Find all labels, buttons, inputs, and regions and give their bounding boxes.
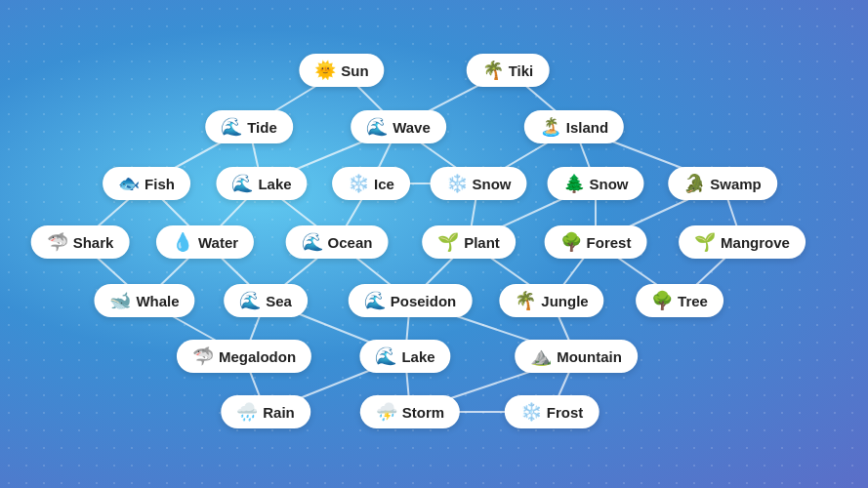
node-icon-megalodon: 🦈 [192,347,214,365]
node-icon-poseidon: 🌊 [364,292,386,309]
node-fish: 🐟Fish [103,167,190,200]
node-sun: 🌞Sun [299,54,384,87]
node-wave: 🌊Wave [351,110,446,143]
node-mangrove: 🌱Mangrove [679,225,806,259]
node-label-sea: Sea [266,293,292,309]
node-icon-water: 💧 [172,233,193,251]
node-icon-plant: 🌱 [437,233,459,251]
node-label-tiki: Tiki [509,62,534,79]
node-label-megalodon: Megalodon [219,348,296,365]
node-icon-frost: ❄️ [520,403,542,421]
node-whale: 🐋Whale [94,284,194,317]
node-icon-storm: ⛈️ [376,403,397,421]
node-plant: 🌱Plant [422,225,516,259]
node-water: 💧Water [156,225,254,259]
node-label-water: Water [198,234,238,251]
node-label-storm: Storm [402,404,444,421]
node-label-lake1: Lake [258,176,291,192]
node-label-frost: Frost [547,404,584,421]
node-label-rain: Rain [263,404,295,421]
node-icon-island: 🏝️ [540,118,561,136]
node-ice: ❄️Ice [332,167,410,200]
node-label-mangrove: Mangrove [721,234,790,251]
node-icon-tide: 🌊 [221,118,242,136]
node-icon-jungle: 🌴 [515,292,536,309]
node-icon-rain: 🌧️ [236,403,258,421]
node-label-island: Island [566,119,608,136]
node-label-snow1: Snow [473,176,512,192]
node-icon-snow2: 🌲 [563,175,585,192]
node-label-swamp: Swamp [710,176,762,192]
node-label-lake2: Lake [401,348,434,365]
node-label-jungle: Jungle [541,293,588,309]
node-icon-shark: 🦈 [47,233,68,251]
node-island: 🏝️Island [524,110,624,143]
node-label-mountain: Mountain [557,348,622,365]
node-icon-snow1: ❄️ [446,175,468,192]
node-snow1: ❄️Snow [431,167,527,200]
node-label-snow2: Snow [590,176,629,192]
node-poseidon: 🌊Poseidon [349,284,473,317]
node-label-ocean: Ocean [328,234,373,251]
node-label-ice: Ice [374,176,394,192]
node-label-wave: Wave [393,119,431,136]
node-frost: ❄️Frost [505,395,599,428]
node-label-tree: Tree [678,293,708,309]
node-lake2: 🌊Lake [359,340,450,373]
node-jungle: 🌴Jungle [499,284,603,317]
node-icon-whale: 🐋 [109,292,131,309]
node-icon-lake2: 🌊 [375,347,396,365]
node-label-sun: Sun [341,62,368,79]
node-icon-fish: 🐟 [118,175,140,192]
node-icon-swamp: 🐊 [683,175,705,192]
node-sea: 🌊Sea [224,284,308,317]
node-label-forest: Forest [587,234,632,251]
node-swamp: 🐊Swamp [668,167,777,200]
node-icon-lake1: 🌊 [231,175,253,192]
node-icon-sea: 🌊 [239,292,261,309]
node-forest: 🌳Forest [545,225,647,259]
node-label-poseidon: Poseidon [391,293,457,309]
node-icon-ocean: 🌊 [302,233,323,251]
node-storm: ⛈️Storm [360,395,460,428]
node-icon-ice: ❄️ [348,175,369,192]
node-tree: 🌳Tree [636,284,723,317]
node-shark: 🦈Shark [31,225,130,259]
node-lake1: 🌊Lake [216,167,307,200]
node-label-whale: Whale [136,293,179,309]
node-label-fish: Fish [145,176,175,192]
node-icon-sun: 🌞 [314,61,336,79]
node-megalodon: 🦈Megalodon [177,340,311,373]
node-snow2: 🌲Snow [548,167,644,200]
node-label-tide: Tide [247,119,277,136]
node-tide: 🌊Tide [205,110,293,143]
node-icon-tree: 🌳 [651,292,673,309]
node-icon-forest: 🌳 [560,233,582,251]
node-icon-tiki: 🌴 [482,61,504,79]
node-icon-mountain: ⛰️ [530,347,552,365]
node-icon-mangrove: 🌱 [694,233,716,251]
node-label-plant: Plant [464,234,500,251]
node-rain: 🌧️Rain [221,395,310,428]
diagram: 🌞Sun🌴Tiki🌊Tide🌊Wave🏝️Island🐟Fish🌊Lake❄️I… [0,0,868,488]
node-mountain: ⛰️Mountain [515,340,638,373]
node-tiki: 🌴Tiki [467,54,550,87]
node-label-shark: Shark [73,234,114,251]
node-icon-wave: 🌊 [366,118,388,136]
node-ocean: 🌊Ocean [286,225,389,259]
